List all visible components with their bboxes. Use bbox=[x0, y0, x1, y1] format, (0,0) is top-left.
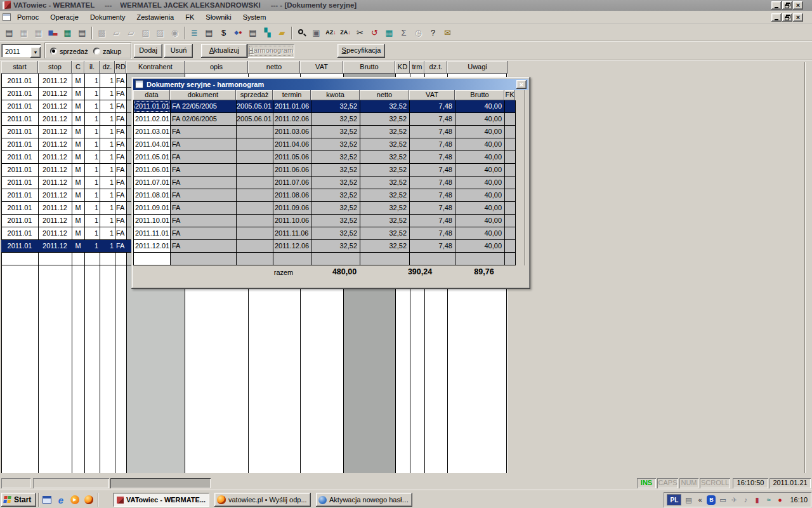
sort-za-icon[interactable]: ZA↓ bbox=[338, 26, 353, 40]
dialog-column-header-VAT[interactable]: VAT bbox=[409, 90, 455, 100]
copy-pages-icon[interactable]: ▣ bbox=[309, 26, 324, 40]
payment-icon[interactable]: ▰ bbox=[275, 26, 289, 40]
mail-icon[interactable]: ✉ bbox=[440, 26, 455, 40]
taskbar-task-2[interactable]: vatowiec.pl • Wyślij odp... bbox=[214, 493, 311, 507]
dialog-table-row[interactable]: 2011.07.01FA2011.07.0632,5232,527,4840,0… bbox=[131, 177, 530, 189]
column-header-Uwagi[interactable]: Uwagi bbox=[447, 61, 508, 74]
close-button[interactable]: × bbox=[793, 1, 803, 10]
report-icon[interactable]: ▤ bbox=[246, 26, 260, 40]
column-header-start[interactable]: start bbox=[1, 61, 38, 74]
dialog-column-header-netto[interactable]: netto bbox=[360, 90, 409, 100]
dodaj-button[interactable]: Dodaj bbox=[134, 44, 162, 58]
dialog-column-header-data[interactable]: data bbox=[133, 90, 170, 100]
firefox-icon[interactable] bbox=[84, 495, 94, 505]
column-header-VAT[interactable]: VAT bbox=[300, 61, 343, 74]
aktualizuj-button[interactable]: Aktualizuj bbox=[201, 44, 247, 58]
mdi-minimize-button[interactable] bbox=[771, 13, 782, 22]
combo-dropdown-button[interactable]: ▼ bbox=[30, 47, 41, 58]
menu-dokumenty[interactable]: Dokumenty bbox=[84, 11, 131, 24]
language-indicator[interactable]: PL bbox=[667, 495, 681, 505]
antivirus-icon[interactable]: ● bbox=[775, 495, 784, 505]
dialog-table-row[interactable]: 2011.08.01FA2011.08.0632,5232,527,4840,0… bbox=[131, 189, 530, 202]
spreadsheet-icon[interactable]: ▦ bbox=[60, 26, 75, 40]
dialog-table-row[interactable]: 2011.01.01FA 22/05/20052005.05.012011.01… bbox=[131, 100, 530, 113]
column-header-netto[interactable]: netto bbox=[248, 61, 300, 74]
sum-icon[interactable]: Σ bbox=[396, 26, 411, 40]
table-row[interactable]: 2011.012011.12M11FA bbox=[1, 202, 132, 215]
mdi-close-button[interactable]: × bbox=[793, 13, 803, 22]
column-header-stop[interactable]: stop bbox=[38, 61, 72, 74]
table-row[interactable]: 2011.012011.12M11FA bbox=[1, 189, 132, 202]
dialog-column-header-FK[interactable]: FK bbox=[504, 90, 515, 100]
table-row[interactable]: 2011.012011.12M11FA bbox=[1, 215, 132, 227]
column-header-opis[interactable]: opis bbox=[185, 61, 248, 74]
dialog-column-header-sprzeda[interactable]: sprzedaż bbox=[236, 90, 273, 100]
menu-pomoc[interactable]: Pomoc bbox=[11, 11, 44, 24]
internet-explorer-icon[interactable]: e bbox=[56, 495, 66, 505]
network-icon[interactable]: ≈ bbox=[764, 495, 773, 505]
table-row[interactable]: 2011.012011.12M11FA bbox=[1, 164, 132, 177]
table-row[interactable]: 2011.012011.12M11FA bbox=[1, 240, 132, 253]
restore-button[interactable] bbox=[782, 1, 792, 10]
column-header-RD[interactable]: RD bbox=[115, 61, 126, 74]
column-header-trm[interactable]: trm bbox=[410, 61, 424, 74]
sort-az-icon[interactable]: AZ↓ bbox=[324, 26, 338, 40]
dialog-table-row[interactable]: 2011.03.01FA2011.03.0632,5232,527,4840,0… bbox=[131, 126, 530, 138]
radio-sprzedaz-label[interactable]: sprzedaż bbox=[60, 48, 88, 55]
menu-fk[interactable]: FK bbox=[180, 11, 200, 24]
display-icon[interactable]: ▭ bbox=[718, 495, 727, 505]
text-document-icon[interactable]: ▤ bbox=[202, 26, 216, 40]
column-header-Brutto[interactable]: Brutto bbox=[343, 61, 395, 74]
menu-słowniki[interactable]: Słowniki bbox=[200, 11, 237, 24]
search-icon[interactable] bbox=[294, 26, 309, 40]
specyfikacja-button[interactable]: Specyfikacja bbox=[337, 44, 385, 58]
taskbar-task-1[interactable]: VATowiec - WERMATE... bbox=[113, 493, 209, 507]
table-row[interactable]: 2011.012011.12M11FA bbox=[1, 100, 132, 113]
column-header-Kontrahent[interactable]: Kontrahent bbox=[126, 61, 185, 74]
launcher-icon[interactable]: ✈ bbox=[730, 495, 738, 505]
tiles-icon[interactable]: ▚ bbox=[260, 26, 275, 40]
table-row[interactable]: 2011.012011.12M11FA bbox=[1, 88, 132, 100]
dialog-table-row[interactable]: 2011.06.01FA2011.06.0632,5232,527,4840,0… bbox=[131, 164, 530, 177]
table-row[interactable]: 2011.012011.12M11FA bbox=[1, 151, 132, 164]
dialog-column-header-kwota[interactable]: kwota bbox=[311, 90, 360, 100]
desktop-icon[interactable] bbox=[42, 495, 52, 505]
table-row[interactable]: 2011.012011.12M11FA bbox=[1, 138, 132, 151]
usuń-button[interactable]: Usuń bbox=[164, 44, 193, 58]
dialog-table-row[interactable]: 2011.02.01FA 02/06/20052005.06.012011.02… bbox=[131, 113, 530, 126]
column-header-KD[interactable]: KD bbox=[395, 61, 410, 74]
dialog-table-row[interactable]: 2011.10.01FA2011.10.0632,5232,527,4840,0… bbox=[131, 215, 530, 227]
dialog-column-header-termin[interactable]: termin bbox=[273, 90, 311, 100]
cut-icon[interactable]: ✂ bbox=[353, 26, 367, 40]
menu-operacje[interactable]: Operacje bbox=[44, 11, 84, 24]
dialog-column-header-dokument[interactable]: dokument bbox=[170, 90, 236, 100]
start-button[interactable]: Start bbox=[1, 493, 36, 507]
dialog-table-row[interactable]: 2011.04.01FA2011.04.0632,5232,527,4840,0… bbox=[131, 138, 530, 151]
volume-icon[interactable]: ♪ bbox=[741, 495, 750, 505]
year-combobox[interactable]: 2011 ▼ bbox=[1, 44, 41, 57]
calculator-icon[interactable]: ▦ bbox=[382, 26, 396, 40]
taskbar-task-3[interactable]: Aktywacja nowego hasła... bbox=[316, 493, 412, 507]
menu-zestawienia[interactable]: Zestawienia bbox=[131, 11, 180, 24]
battery-icon[interactable]: ▮ bbox=[752, 495, 761, 505]
radio-zakup[interactable] bbox=[93, 48, 100, 55]
table-row[interactable]: 2011.012011.12M11FA bbox=[1, 227, 132, 240]
dialog-column-header-Brutto[interactable]: Brutto bbox=[455, 90, 504, 100]
list-icon[interactable]: ≣ bbox=[187, 26, 202, 40]
dialog-table-row[interactable]: 2011.12.01FA2011.12.0632,5232,527,4840,0… bbox=[131, 240, 530, 253]
collapse-chevron-icon[interactable]: « bbox=[695, 495, 704, 505]
keyboard-icon[interactable]: ▤ bbox=[684, 495, 693, 505]
print-icon[interactable]: ▤ bbox=[2, 26, 16, 40]
mdi-child-icon[interactable] bbox=[3, 13, 11, 21]
chart-marker-icon[interactable]: ◆● bbox=[231, 26, 246, 40]
table-row[interactable]: 2011.012011.12M11FA bbox=[1, 126, 132, 138]
dialog-table-row[interactable]: 2011.11.01FA2011.11.0632,5232,527,4840,0… bbox=[131, 227, 530, 240]
radio-zakup-label[interactable]: zakup bbox=[103, 48, 121, 55]
column-header-dz[interactable]: dz. bbox=[100, 61, 115, 74]
help-icon[interactable]: ? bbox=[426, 26, 440, 40]
table-row[interactable]: 2011.012011.12M11FA bbox=[1, 113, 132, 126]
media-player-icon[interactable]: ▶ bbox=[70, 495, 80, 505]
column-header-il[interactable]: il. bbox=[84, 61, 100, 74]
menu-system[interactable]: System bbox=[237, 11, 272, 24]
dialog-scroll-track[interactable] bbox=[524, 90, 525, 265]
